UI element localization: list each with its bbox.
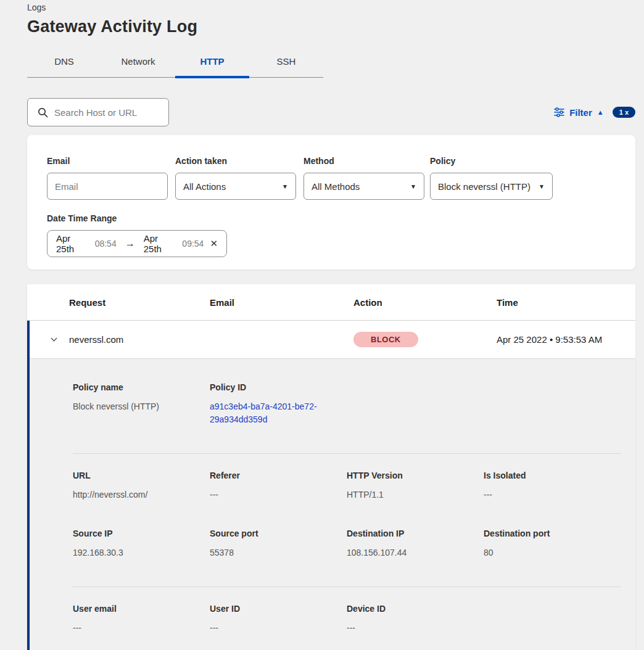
chevron-down-icon — [49, 335, 59, 344]
email-filter-label: Email — [47, 156, 168, 166]
time-cell: Apr 25 2022 • 9:53:53 AM — [497, 334, 635, 345]
search-icon — [38, 107, 48, 118]
filter-sliders-icon — [554, 107, 564, 117]
expanded-log-entry: neverssl.com BLOCK Apr 25 2022 • 9:53:53… — [27, 321, 635, 650]
policy-name-value: Block neverssl (HTTP) — [73, 400, 210, 413]
policy-filter-group: Policy Block neverssl (HTTP) ▼ — [430, 156, 553, 200]
policy-id-field: Policy ID a91c3eb4-ba7a-4201-be72-29a934… — [210, 382, 347, 437]
filter-panel: Email Action taken All Actions ▼ Method … — [27, 135, 635, 269]
filter-row-1: Email Action taken All Actions ▼ Method … — [47, 156, 616, 200]
page-title: Gateway Activity Log — [27, 17, 635, 36]
column-header-request: Request — [69, 297, 210, 308]
start-date[interactable]: Apr 25th — [56, 233, 89, 254]
user-section: User email --- User ID --- Device ID --- — [73, 604, 621, 646]
filter-controls: Filter ▲ 1 x — [554, 107, 635, 118]
method-filter-group: Method All Methods ▼ — [303, 156, 424, 200]
table-header-row: Request Email Action Time — [27, 284, 635, 321]
email-filter-input[interactable] — [55, 181, 160, 192]
tab-dns[interactable]: DNS — [27, 51, 101, 77]
filter-toggle-button[interactable]: Filter — [569, 107, 592, 118]
toolbar: Filter ▲ 1 x — [27, 98, 635, 126]
policy-filter-label: Policy — [430, 156, 553, 166]
gateway-activity-log-page: Logs Gateway Activity Log DNS Network HT… — [0, 0, 644, 650]
end-date[interactable]: Apr 25th — [144, 233, 176, 254]
dropdown-caret-icon: ▼ — [410, 183, 416, 190]
dropdown-caret-icon: ▼ — [539, 183, 545, 190]
action-taken-filter-label: Action taken — [175, 156, 296, 166]
device-id-field: Device ID --- — [347, 604, 484, 646]
destination-ip-field: Destination IP 108.156.107.44 — [347, 529, 484, 570]
action-taken-selected-value: All Actions — [183, 181, 226, 192]
email-filter-field[interactable] — [47, 173, 168, 200]
date-range-picker[interactable]: Apr 25th 08:54 → Apr 25th 09:54 ✕ — [47, 230, 227, 257]
breadcrumb: Logs — [27, 2, 635, 12]
url-field: URL http://neverssl.com/ — [73, 471, 210, 512]
policy-name-label: Policy name — [73, 382, 210, 392]
tab-network[interactable]: Network — [101, 51, 175, 77]
http-version-field: HTTP Version HTTP/1.1 — [347, 471, 484, 512]
policy-name-field: Policy name Block neverssl (HTTP) — [73, 382, 210, 437]
policy-section: Policy name Block neverssl (HTTP) Policy… — [73, 382, 621, 437]
collapse-row-control[interactable] — [30, 335, 69, 344]
source-ip-field: Source IP 192.168.30.3 — [73, 529, 210, 570]
policy-id-label: Policy ID — [210, 382, 347, 392]
source-port-field: Source port 55378 — [210, 529, 347, 570]
email-filter-group: Email — [47, 156, 168, 200]
policy-select[interactable]: Block neverssl (HTTP) ▼ — [430, 173, 553, 200]
date-range-filter-group: Date Time Range Apr 25th 08:54 → Apr 25t… — [47, 213, 616, 257]
log-type-tabs: DNS Network HTTP SSH — [27, 51, 323, 78]
referer-field: Referer --- — [210, 471, 347, 512]
range-arrow-icon: → — [125, 238, 135, 249]
tab-ssh[interactable]: SSH — [249, 51, 323, 77]
end-time[interactable]: 09:54 — [182, 239, 204, 249]
action-cell: BLOCK — [353, 332, 497, 347]
table-row[interactable]: neverssl.com BLOCK Apr 25 2022 • 9:53:53… — [30, 321, 635, 359]
user-email-field: User email --- — [73, 604, 210, 646]
method-filter-label: Method — [303, 156, 424, 166]
destination-port-field: Destination port 80 — [484, 529, 621, 570]
start-time[interactable]: 08:54 — [95, 239, 117, 249]
user-id-field: User ID --- — [210, 604, 347, 646]
action-taken-filter-group: Action taken All Actions ▼ — [175, 156, 296, 200]
tab-http[interactable]: HTTP — [175, 51, 249, 77]
method-selected-value: All Methods — [312, 181, 360, 192]
column-header-time: Time — [497, 297, 635, 308]
policy-selected-value: Block neverssl (HTTP) — [438, 181, 530, 192]
block-status-badge: BLOCK — [353, 332, 418, 347]
log-entry-details: Policy name Block neverssl (HTTP) Policy… — [30, 359, 635, 650]
column-header-action: Action — [353, 297, 497, 308]
action-taken-select[interactable]: All Actions ▼ — [175, 173, 296, 200]
request-cell: neverssl.com — [69, 334, 210, 345]
activity-log-table: Request Email Action Time neverssl.com B… — [27, 284, 635, 650]
search-input[interactable] — [54, 107, 160, 118]
date-range-label: Date Time Range — [47, 213, 616, 223]
policy-id-link[interactable]: a91c3eb4-ba7a-4201-be72-29a934dd359d — [210, 400, 330, 426]
section-divider — [73, 453, 621, 454]
section-divider — [73, 586, 621, 587]
http-request-section: URL http://neverssl.com/ Referer --- HTT… — [73, 471, 621, 570]
search-box[interactable] — [27, 98, 169, 126]
dropdown-caret-icon: ▼ — [282, 183, 288, 190]
clear-date-range-icon[interactable]: ✕ — [210, 238, 218, 249]
is-isolated-field: Is Isolated --- — [484, 471, 621, 512]
filter-count-badge[interactable]: 1 x — [613, 107, 635, 118]
filter-collapse-caret-icon[interactable]: ▲ — [597, 109, 604, 116]
method-select[interactable]: All Methods ▼ — [303, 173, 424, 200]
column-header-email: Email — [210, 297, 353, 308]
